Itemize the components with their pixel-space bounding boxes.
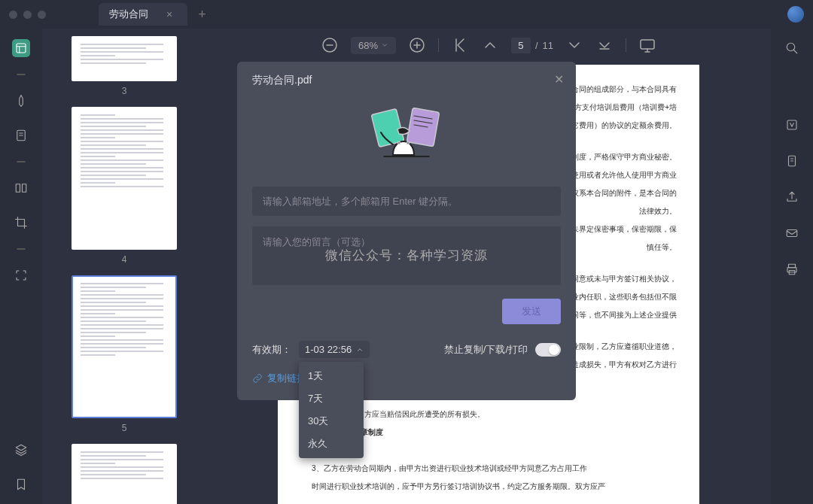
- svg-rect-11: [789, 264, 796, 268]
- max-dot[interactable]: [38, 11, 46, 19]
- thumb-3[interactable]: 3: [42, 36, 206, 96]
- illustration: [252, 101, 561, 169]
- share-icon[interactable]: [783, 188, 801, 206]
- compare-icon[interactable]: [12, 179, 30, 197]
- page-input[interactable]: [511, 38, 531, 53]
- svg-rect-2: [16, 184, 20, 193]
- thumb-4[interactable]: 4: [42, 107, 206, 265]
- restrict-toggle[interactable]: [535, 343, 561, 357]
- mail-icon[interactable]: [783, 224, 801, 242]
- print-icon[interactable]: [783, 260, 801, 278]
- separator: [17, 74, 26, 75]
- thumb-5[interactable]: 5: [42, 275, 206, 433]
- svg-rect-3: [23, 184, 26, 193]
- svg-point-19: [398, 142, 400, 144]
- thumbnail-panel[interactable]: 3 4 5: [42, 29, 206, 504]
- expiry-label: 有效期：: [252, 343, 291, 357]
- search-icon[interactable]: [783, 39, 801, 57]
- svg-point-20: [407, 142, 410, 144]
- tab-close-icon[interactable]: ×: [166, 8, 172, 20]
- separator: [17, 161, 26, 162]
- separator: [438, 38, 439, 52]
- page-total: 11: [543, 40, 553, 51]
- tab-document[interactable]: 劳动合同 ×: [99, 3, 187, 26]
- svg-rect-15: [406, 108, 439, 147]
- modal-close-icon[interactable]: ✕: [554, 72, 564, 87]
- layers-icon[interactable]: [12, 441, 30, 459]
- zoom-in-icon[interactable]: [408, 36, 426, 54]
- window-controls: [9, 11, 46, 19]
- link-icon: [252, 373, 263, 384]
- expiry-dropdown: 1天 7天 30天 永久: [299, 362, 364, 458]
- first-page-icon[interactable]: [451, 36, 469, 54]
- right-rail: [771, 29, 813, 504]
- expiry-option[interactable]: 永久: [299, 433, 364, 455]
- titlebar: 劳动合同 × +: [0, 0, 813, 29]
- page-indicator: / 11: [511, 38, 553, 53]
- close-dot[interactable]: [9, 11, 17, 19]
- svg-rect-8: [787, 120, 796, 129]
- chevron-up-icon: [356, 346, 364, 354]
- crop-icon[interactable]: [12, 214, 30, 232]
- viewer-toolbar: 68% / 11: [206, 29, 771, 62]
- add-tab-button[interactable]: +: [198, 7, 206, 23]
- separator: [17, 248, 26, 250]
- expiry-option[interactable]: 1天: [299, 365, 364, 387]
- highlight-icon[interactable]: [12, 92, 30, 110]
- tab-title: 劳动合同: [109, 8, 148, 21]
- message-input[interactable]: [252, 226, 561, 285]
- zoom-select[interactable]: 68%: [351, 37, 396, 54]
- thumb-6[interactable]: [42, 444, 206, 504]
- expiry-select[interactable]: 1-03 22:56 1天 7天 30天 永久: [299, 341, 370, 358]
- restrict-label: 禁止复制/下载/打印: [444, 343, 528, 357]
- modal-title: 劳动合同.pdf: [252, 74, 561, 87]
- expiry-option[interactable]: 7天: [299, 387, 364, 410]
- zoom-out-icon[interactable]: [321, 36, 339, 54]
- avatar[interactable]: [787, 6, 804, 23]
- convert-icon[interactable]: [783, 152, 801, 170]
- min-dot[interactable]: [23, 11, 32, 19]
- svg-rect-10: [787, 230, 797, 237]
- next-page-icon[interactable]: [565, 36, 583, 54]
- share-modal: 劳动合同.pdf ✕ 微信公众号：各种学习资源 发送 有效期： 1-03 22:…: [237, 62, 576, 400]
- thumbnails-icon[interactable]: [12, 39, 30, 57]
- send-button[interactable]: 发送: [502, 299, 561, 324]
- prev-page-icon[interactable]: [481, 36, 499, 54]
- ocr-icon[interactable]: [783, 116, 801, 134]
- present-icon[interactable]: [638, 36, 656, 54]
- separator: [626, 38, 626, 52]
- svg-rect-6: [641, 40, 654, 49]
- last-page-icon[interactable]: [595, 36, 614, 54]
- scan-icon[interactable]: [12, 266, 30, 284]
- bookmark-icon[interactable]: [12, 475, 30, 493]
- left-rail: [0, 29, 42, 504]
- options-row: 有效期： 1-03 22:56 1天 7天 30天 永久 禁止复制/下载/打印: [252, 341, 561, 358]
- expiry-option[interactable]: 30天: [299, 410, 364, 433]
- email-input[interactable]: [252, 187, 561, 216]
- svg-rect-0: [17, 44, 26, 53]
- note-icon[interactable]: [12, 126, 30, 144]
